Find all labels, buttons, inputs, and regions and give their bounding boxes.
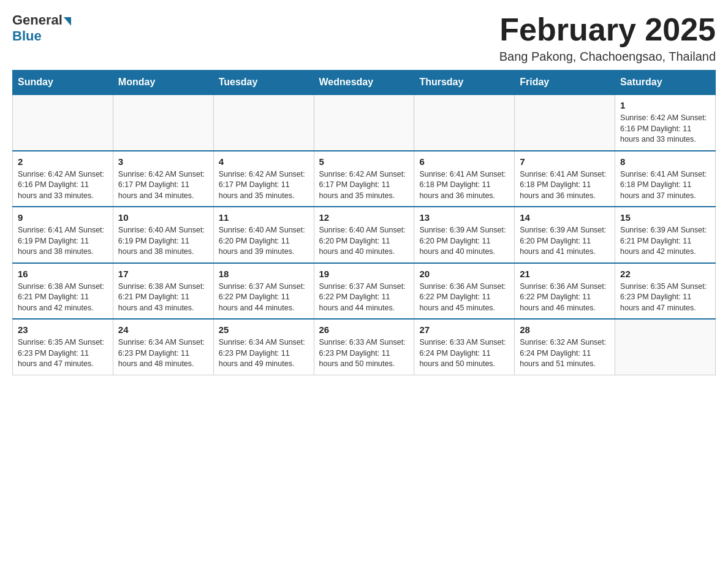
calendar-cell	[414, 94, 515, 151]
calendar-cell: 2Sunrise: 6:42 AM Sunset: 6:16 PM Daylig…	[13, 151, 113, 207]
calendar-cell: 23Sunrise: 6:35 AM Sunset: 6:23 PM Dayli…	[13, 319, 113, 375]
day-info: Sunrise: 6:39 AM Sunset: 6:21 PM Dayligh…	[620, 225, 710, 258]
day-number: 5	[319, 156, 409, 167]
calendar-cell: 13Sunrise: 6:39 AM Sunset: 6:20 PM Dayli…	[414, 207, 515, 263]
day-info: Sunrise: 6:34 AM Sunset: 6:23 PM Dayligh…	[219, 337, 309, 370]
day-number: 14	[520, 212, 610, 223]
day-info: Sunrise: 6:36 AM Sunset: 6:22 PM Dayligh…	[419, 282, 509, 314]
day-number: 1	[620, 100, 710, 110]
calendar-cell: 20Sunrise: 6:36 AM Sunset: 6:22 PM Dayli…	[414, 263, 515, 320]
calendar-week-3: 9Sunrise: 6:41 AM Sunset: 6:19 PM Daylig…	[13, 207, 716, 263]
page-header: General Blue February 2025 Bang Pakong, …	[12, 12, 716, 64]
day-number: 23	[18, 324, 108, 335]
day-info: Sunrise: 6:33 AM Sunset: 6:24 PM Dayligh…	[419, 337, 509, 370]
day-info: Sunrise: 6:35 AM Sunset: 6:23 PM Dayligh…	[18, 337, 108, 370]
day-number: 26	[319, 324, 409, 335]
calendar-cell: 19Sunrise: 6:37 AM Sunset: 6:22 PM Dayli…	[314, 263, 414, 320]
calendar-week-2: 2Sunrise: 6:42 AM Sunset: 6:16 PM Daylig…	[13, 151, 716, 207]
calendar-cell	[314, 94, 414, 151]
day-info: Sunrise: 6:41 AM Sunset: 6:18 PM Dayligh…	[520, 169, 610, 202]
day-info: Sunrise: 6:41 AM Sunset: 6:18 PM Dayligh…	[419, 169, 509, 202]
day-number: 20	[419, 269, 509, 279]
day-number: 3	[118, 156, 208, 167]
day-number: 22	[620, 269, 710, 279]
day-info: Sunrise: 6:40 AM Sunset: 6:19 PM Dayligh…	[118, 225, 208, 258]
day-info: Sunrise: 6:42 AM Sunset: 6:17 PM Dayligh…	[219, 169, 309, 202]
day-number: 16	[18, 269, 108, 279]
logo-general-text: General	[12, 12, 63, 28]
day-number: 9	[18, 212, 108, 223]
day-number: 11	[219, 212, 309, 223]
calendar-cell: 15Sunrise: 6:39 AM Sunset: 6:21 PM Dayli…	[615, 207, 716, 263]
calendar-cell: 26Sunrise: 6:33 AM Sunset: 6:23 PM Dayli…	[314, 319, 414, 375]
calendar-cell: 8Sunrise: 6:41 AM Sunset: 6:18 PM Daylig…	[615, 151, 716, 207]
calendar-cell: 1Sunrise: 6:42 AM Sunset: 6:16 PM Daylig…	[615, 94, 716, 151]
calendar-cell	[13, 94, 113, 151]
logo-blue-text: Blue	[12, 28, 42, 44]
location-subtitle: Bang Pakong, Chachoengsao, Thailand	[499, 50, 716, 64]
calendar-title: February 2025	[499, 12, 716, 47]
calendar-table: Sunday Monday Tuesday Wednesday Thursday…	[12, 70, 716, 375]
day-number: 28	[520, 324, 610, 335]
day-number: 27	[419, 324, 509, 335]
day-info: Sunrise: 6:32 AM Sunset: 6:24 PM Dayligh…	[520, 337, 610, 370]
calendar-week-5: 23Sunrise: 6:35 AM Sunset: 6:23 PM Dayli…	[13, 319, 716, 375]
logo-arrow-icon	[64, 17, 71, 26]
calendar-cell: 21Sunrise: 6:36 AM Sunset: 6:22 PM Dayli…	[515, 263, 615, 320]
day-info: Sunrise: 6:38 AM Sunset: 6:21 PM Dayligh…	[18, 282, 108, 314]
calendar-body: 1Sunrise: 6:42 AM Sunset: 6:16 PM Daylig…	[13, 94, 716, 375]
calendar-cell: 27Sunrise: 6:33 AM Sunset: 6:24 PM Dayli…	[414, 319, 515, 375]
calendar-cell: 25Sunrise: 6:34 AM Sunset: 6:23 PM Dayli…	[213, 319, 314, 375]
calendar-cell: 14Sunrise: 6:39 AM Sunset: 6:20 PM Dayli…	[515, 207, 615, 263]
day-info: Sunrise: 6:36 AM Sunset: 6:22 PM Dayligh…	[520, 282, 610, 314]
day-number: 24	[118, 324, 208, 335]
calendar-cell: 11Sunrise: 6:40 AM Sunset: 6:20 PM Dayli…	[213, 207, 314, 263]
day-info: Sunrise: 6:40 AM Sunset: 6:20 PM Dayligh…	[319, 225, 409, 258]
day-info: Sunrise: 6:42 AM Sunset: 6:17 PM Dayligh…	[118, 169, 208, 202]
day-info: Sunrise: 6:41 AM Sunset: 6:19 PM Dayligh…	[18, 225, 108, 258]
header-sunday: Sunday	[13, 71, 113, 95]
day-info: Sunrise: 6:37 AM Sunset: 6:22 PM Dayligh…	[319, 282, 409, 314]
day-info: Sunrise: 6:39 AM Sunset: 6:20 PM Dayligh…	[520, 225, 610, 258]
day-number: 8	[620, 156, 710, 167]
day-number: 6	[419, 156, 509, 167]
header-saturday: Saturday	[615, 71, 716, 95]
calendar-cell: 12Sunrise: 6:40 AM Sunset: 6:20 PM Dayli…	[314, 207, 414, 263]
calendar-cell: 7Sunrise: 6:41 AM Sunset: 6:18 PM Daylig…	[515, 151, 615, 207]
day-info: Sunrise: 6:37 AM Sunset: 6:22 PM Dayligh…	[219, 282, 309, 314]
day-number: 17	[118, 269, 208, 279]
day-info: Sunrise: 6:42 AM Sunset: 6:16 PM Dayligh…	[18, 169, 108, 202]
day-number: 19	[319, 269, 409, 279]
day-info: Sunrise: 6:42 AM Sunset: 6:16 PM Dayligh…	[620, 113, 710, 145]
day-number: 10	[118, 212, 208, 223]
day-number: 25	[219, 324, 309, 335]
day-info: Sunrise: 6:38 AM Sunset: 6:21 PM Dayligh…	[118, 282, 208, 314]
day-number: 2	[18, 156, 108, 167]
title-area: February 2025 Bang Pakong, Chachoengsao,…	[499, 12, 716, 64]
day-info: Sunrise: 6:33 AM Sunset: 6:23 PM Dayligh…	[319, 337, 409, 370]
header-tuesday: Tuesday	[213, 71, 314, 95]
calendar-cell	[113, 94, 213, 151]
day-number: 12	[319, 212, 409, 223]
day-number: 18	[219, 269, 309, 279]
logo: General Blue	[12, 12, 71, 44]
day-number: 4	[219, 156, 309, 167]
calendar-cell: 4Sunrise: 6:42 AM Sunset: 6:17 PM Daylig…	[213, 151, 314, 207]
calendar-cell: 22Sunrise: 6:35 AM Sunset: 6:23 PM Dayli…	[615, 263, 716, 320]
calendar-cell: 24Sunrise: 6:34 AM Sunset: 6:23 PM Dayli…	[113, 319, 213, 375]
header-wednesday: Wednesday	[314, 71, 414, 95]
day-info: Sunrise: 6:40 AM Sunset: 6:20 PM Dayligh…	[219, 225, 309, 258]
header-thursday: Thursday	[414, 71, 515, 95]
day-number: 15	[620, 212, 710, 223]
logo-general: General	[12, 12, 71, 28]
calendar-cell: 10Sunrise: 6:40 AM Sunset: 6:19 PM Dayli…	[113, 207, 213, 263]
day-info: Sunrise: 6:41 AM Sunset: 6:18 PM Dayligh…	[620, 169, 710, 202]
calendar-cell: 5Sunrise: 6:42 AM Sunset: 6:17 PM Daylig…	[314, 151, 414, 207]
calendar-cell	[615, 319, 716, 375]
calendar-cell: 28Sunrise: 6:32 AM Sunset: 6:24 PM Dayli…	[515, 319, 615, 375]
calendar-cell: 16Sunrise: 6:38 AM Sunset: 6:21 PM Dayli…	[13, 263, 113, 320]
calendar-header: Sunday Monday Tuesday Wednesday Thursday…	[13, 71, 716, 95]
calendar-week-1: 1Sunrise: 6:42 AM Sunset: 6:16 PM Daylig…	[13, 94, 716, 151]
day-number: 7	[520, 156, 610, 167]
header-monday: Monday	[113, 71, 213, 95]
